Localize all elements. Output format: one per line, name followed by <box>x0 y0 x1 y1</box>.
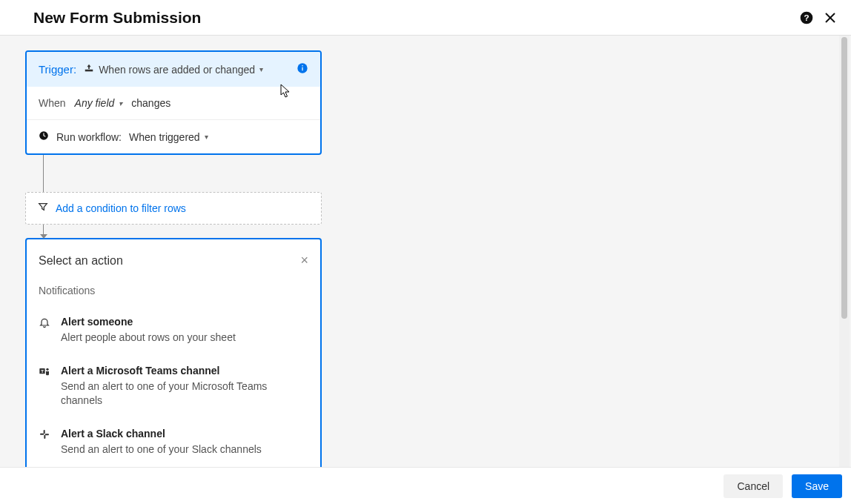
rows-changed-icon <box>84 63 94 76</box>
connector-arrow <box>43 225 44 238</box>
action-alert-someone[interactable]: Alert someone Alert people about rows on… <box>39 310 308 359</box>
when-label: When <box>39 97 66 109</box>
run-schedule-select[interactable]: When triggered ▾ <box>129 131 208 143</box>
header-actions: ? <box>799 10 836 25</box>
close-icon[interactable] <box>824 12 836 24</box>
save-button[interactable]: Save <box>792 474 842 498</box>
trigger-type-select[interactable]: When rows are added or changed ▾ <box>84 63 263 76</box>
info-icon[interactable] <box>297 62 308 76</box>
workflow-canvas: Trigger: When rows are added or changed … <box>0 36 851 467</box>
add-condition-card[interactable]: Add a condition to filter rows <box>25 192 322 225</box>
svg-rect-15 <box>45 434 49 435</box>
changes-label: changes <box>131 97 170 109</box>
svg-text:T: T <box>41 368 44 373</box>
trigger-header: Trigger: When rows are added or changed … <box>27 52 320 87</box>
dialog-title: New Form Submission <box>33 9 201 27</box>
notifications-section-label: Notifications <box>39 285 308 296</box>
action-item-desc: Alert people about rows on your sheet <box>61 331 308 345</box>
action-header: Select an action × <box>39 253 308 268</box>
dialog-header: New Form Submission ? <box>0 0 851 36</box>
scrollbar-track[interactable] <box>839 36 850 467</box>
field-select[interactable]: Any field ▾ <box>75 97 123 109</box>
trigger-run-row: Run workflow: When triggered ▾ <box>27 120 320 153</box>
trigger-card[interactable]: Trigger: When rows are added or changed … <box>25 50 322 155</box>
clock-icon <box>39 130 49 143</box>
svg-rect-6 <box>302 67 302 71</box>
svg-rect-13 <box>40 433 44 434</box>
filter-icon <box>38 202 48 215</box>
add-condition-link: Add a condition to filter rows <box>56 202 186 214</box>
action-item-title: Alert a Microsoft Teams channel <box>61 365 308 377</box>
chevron-down-icon: ▾ <box>259 65 263 73</box>
teams-icon: T <box>39 365 52 408</box>
action-close-icon[interactable]: × <box>300 253 308 268</box>
svg-rect-14 <box>44 434 45 438</box>
bell-icon <box>39 316 52 345</box>
chevron-down-icon: ▾ <box>119 99 122 107</box>
trigger-when-row: When Any field ▾ changes <box>27 87 320 120</box>
action-card: Select an action × Notifications Alert s… <box>25 238 322 467</box>
scrollbar-thumb[interactable] <box>841 37 847 319</box>
action-alert-slack[interactable]: Alert a Slack channel Send an alert to o… <box>39 422 308 467</box>
chevron-down-icon: ▾ <box>205 133 208 141</box>
svg-rect-12 <box>44 430 45 434</box>
action-alert-teams[interactable]: T Alert a Microsoft Teams channel Send a… <box>39 359 308 422</box>
action-item-title: Alert someone <box>61 316 308 328</box>
field-select-text: Any field <box>75 97 115 109</box>
svg-rect-4 <box>85 70 93 72</box>
slack-icon <box>39 428 52 457</box>
action-item-desc: Send an alert to one of your Microsoft T… <box>61 379 308 408</box>
svg-text:?: ? <box>804 13 809 22</box>
action-item-title: Alert a Slack channel <box>61 428 308 440</box>
run-schedule-text: When triggered <box>129 131 200 143</box>
connector-line <box>43 155 44 192</box>
trigger-type-text: When rows are added or changed <box>99 64 255 76</box>
action-title: Select an action <box>39 254 123 268</box>
svg-point-11 <box>46 368 48 370</box>
svg-rect-7 <box>302 65 302 66</box>
trigger-label: Trigger: <box>39 63 76 76</box>
run-workflow-label: Run workflow: <box>56 131 122 143</box>
dialog-footer: Cancel Save <box>0 467 851 504</box>
help-icon[interactable]: ? <box>799 10 814 25</box>
cancel-button[interactable]: Cancel <box>723 474 783 498</box>
action-item-desc: Send an alert to one of your Slack chann… <box>61 442 308 457</box>
